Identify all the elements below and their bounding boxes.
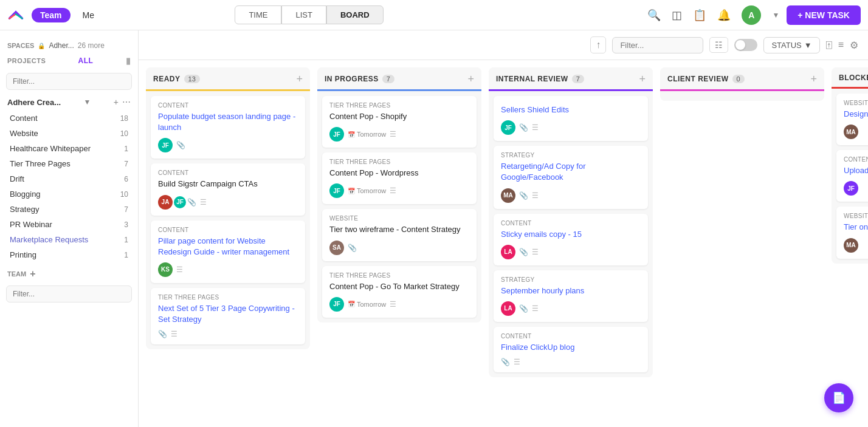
- card-finalize-clickup[interactable]: Content Finalize ClickUp blog 📎 ☰: [494, 327, 648, 372]
- cube-icon[interactable]: ◫: [672, 9, 682, 22]
- add-card-client-review[interactable]: +: [810, 73, 817, 84]
- board-columns: READY 13 + Content Populate budget seaso…: [139, 60, 868, 427]
- add-card-ready[interactable]: +: [296, 73, 303, 84]
- sidebar-item-website[interactable]: Website 10: [0, 126, 138, 141]
- view-toggle[interactable]: [734, 39, 757, 51]
- team-label: TEAM: [7, 270, 26, 278]
- search-icon[interactable]: 🔍: [647, 9, 661, 22]
- add-card-internal-review[interactable]: +: [639, 73, 646, 84]
- project-count: 1: [124, 145, 128, 153]
- sidebar-item-marketplace[interactable]: Marketplace Requests 1: [0, 232, 138, 247]
- projects-all-link[interactable]: All: [78, 56, 93, 65]
- sidebar-item-drift[interactable]: Drift 6: [0, 171, 138, 186]
- card-design-website[interactable]: Website Design our w... MA: [836, 94, 868, 145]
- tab-time[interactable]: TIME: [235, 5, 281, 24]
- due-date: 📅 Tomorrow: [348, 301, 386, 308]
- card-tier-one-serv[interactable]: Website Tier one serv tent populat... MA: [836, 207, 868, 258]
- add-workspace-icon[interactable]: +: [114, 97, 119, 107]
- team-badge[interactable]: Team: [32, 8, 71, 22]
- card-footer: SA 📎: [329, 241, 469, 255]
- workspace-chevron[interactable]: ▼: [84, 98, 91, 106]
- tab-list[interactable]: LIST: [281, 5, 326, 24]
- attachment-icon: 📎: [519, 123, 528, 132]
- sidebar-item-printing[interactable]: Printing 1: [0, 247, 138, 262]
- tab-board[interactable]: BOARD: [326, 5, 384, 24]
- fab-button[interactable]: 📄: [824, 383, 853, 412]
- avatar-jf: JF: [158, 138, 173, 152]
- projects-label: PROJECTS: [7, 57, 46, 64]
- card-tier2-wireframe[interactable]: Website Tier two wireframe - Content Str…: [322, 209, 477, 261]
- column-title-internal-review: INTERNAL REVIEW: [496, 75, 568, 83]
- spaces-more[interactable]: 26 more: [78, 41, 105, 50]
- due-date: 📅 Tomorrow: [348, 131, 386, 138]
- clipboard-icon[interactable]: 📋: [693, 9, 706, 22]
- project-name: Content: [10, 114, 38, 123]
- card-footer: JA JF 📎 ☰: [158, 195, 298, 210]
- project-name: Blogging: [10, 190, 41, 199]
- column-internal-review: INTERNAL REVIEW 7 + Sellers Shield Edits…: [489, 67, 653, 377]
- card-upload-spot[interactable]: Content Upload next spot templat... JF: [836, 150, 868, 202]
- view-tabs: TIME LIST BOARD: [235, 5, 383, 24]
- project-name: Marketplace Requests: [10, 235, 88, 244]
- me-button[interactable]: Me: [78, 8, 99, 22]
- project-name: Printing: [10, 250, 36, 259]
- spaces-adhere-link[interactable]: Adher...: [49, 41, 74, 50]
- card-footer: JF 📎 ☰: [501, 120, 641, 135]
- card-footer: JF 📅 Tomorrow ☰: [329, 127, 469, 142]
- workspace-menu-icon[interactable]: ⋯: [122, 97, 131, 107]
- column-blocked: BLOCKED Website Design our w... MA Conte…: [832, 67, 868, 264]
- sidebar-filter-input[interactable]: [6, 73, 132, 90]
- card-content-pop-shopify[interactable]: Tier Three Pages Content Pop - Shopify J…: [322, 96, 477, 148]
- card-footer: JF 📎: [158, 138, 298, 152]
- logo[interactable]: [7, 7, 24, 24]
- board-filter-input[interactable]: [612, 37, 703, 53]
- notification-icon[interactable]: 🔔: [717, 9, 731, 22]
- toggle-knob: [735, 40, 745, 50]
- workspace-row[interactable]: Adhere Crea... ▼ + ⋯: [0, 94, 138, 111]
- collapse-sidebar-icon[interactable]: ▮: [126, 56, 131, 66]
- board-toolbar: ↑ ☷ STATUS ▼ ⍐ ≡ ⚙: [139, 30, 868, 60]
- card-category: Strategy: [501, 276, 641, 283]
- card-category: Content: [844, 156, 868, 163]
- add-card-in-progress[interactable]: +: [467, 73, 474, 84]
- card-pillar-page[interactable]: Content Pillar page content for Website …: [151, 220, 305, 283]
- list-view-icon[interactable]: ≡: [838, 39, 844, 50]
- add-team-icon[interactable]: +: [30, 268, 35, 279]
- filter-icon[interactable]: ⍐: [826, 39, 832, 50]
- card-title: Design our w...: [844, 109, 868, 120]
- card-sellers-shield[interactable]: Sellers Shield Edits JF 📎 ☰: [494, 96, 648, 141]
- sidebar-item-blogging[interactable]: Blogging 10: [0, 186, 138, 202]
- sidebar-item-pr-webinar[interactable]: PR Webinar 3: [0, 217, 138, 232]
- card-populate-budget[interactable]: Content Populate budget season landing p…: [151, 96, 305, 159]
- card-retargeting[interactable]: Strategy Retargeting/Ad Copy for Google/…: [494, 146, 648, 208]
- card-sticky-emails[interactable]: Content Sticky emails copy - 15 LA 📎 ☰: [494, 214, 648, 265]
- card-title: Sellers Shield Edits: [501, 104, 641, 115]
- user-menu-chevron[interactable]: ▼: [772, 11, 779, 19]
- board-area: ↑ ☷ STATUS ▼ ⍐ ≡ ⚙: [139, 30, 868, 427]
- team-filter-input[interactable]: [6, 285, 132, 302]
- status-label: STATUS: [771, 41, 801, 50]
- card-title: Retargeting/Ad Copy for Google/Facebook: [501, 161, 641, 183]
- sort-icon[interactable]: ↑: [590, 36, 606, 53]
- status-filter-button[interactable]: STATUS ▼: [763, 37, 819, 53]
- settings-icon[interactable]: ⚙: [850, 39, 858, 51]
- card-content-pop-wordpress[interactable]: Tier Three Pages Content Pop - Wordpress…: [322, 152, 477, 204]
- grid-icon[interactable]: ☷: [709, 37, 728, 53]
- user-avatar[interactable]: A: [742, 5, 761, 25]
- card-category: Strategy: [501, 152, 641, 159]
- sidebar-item-content[interactable]: Content 18: [0, 111, 138, 126]
- sidebar-item-tier-three[interactable]: Tier Three Pages 7: [0, 156, 138, 171]
- menu-icon: ☰: [532, 191, 539, 200]
- card-title: Upload next spot templat...: [844, 165, 868, 176]
- avatar-jf: JF: [501, 120, 515, 135]
- card-footer: MA 📎 ☰: [501, 188, 641, 203]
- new-task-button[interactable]: + NEW TASK: [787, 5, 861, 25]
- card-sigstr-campaign[interactable]: Content Build Sigstr Campaign CTAs JA JF…: [151, 163, 305, 215]
- sidebar-item-strategy[interactable]: Strategy 7: [0, 202, 138, 217]
- avatar-la: LA: [501, 245, 515, 259]
- card-september-hourly[interactable]: Strategy September hourly plans LA 📎 ☰: [494, 270, 648, 322]
- sidebar-item-healthcare[interactable]: Healthcare Whitepaper 1: [0, 141, 138, 156]
- card-content-pop-gtm[interactable]: Tier Three Pages Content Pop - Go To Mar…: [322, 266, 477, 318]
- card-tier3-set[interactable]: Tier Three Pages Next Set of 5 Tier 3 Pa…: [151, 288, 305, 344]
- column-title-ready: READY: [153, 75, 181, 83]
